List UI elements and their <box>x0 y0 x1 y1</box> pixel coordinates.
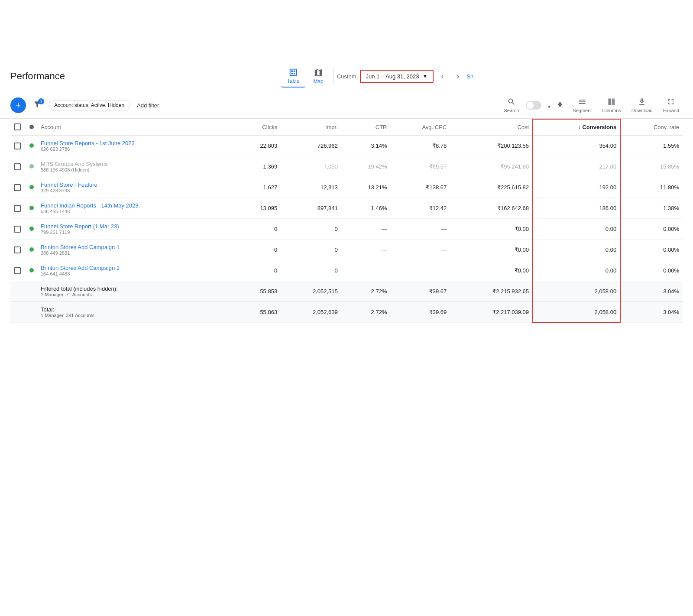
date-range-text: Jun 1 – Aug 31, 2023 <box>366 73 419 80</box>
tot-dot-cell <box>26 302 37 323</box>
account-cell: Brinton Stores Add Campaign 2 164 641 44… <box>37 260 235 281</box>
toggle-thumb <box>527 102 534 109</box>
status-dot-cell <box>26 198 37 219</box>
ft-label: Filtered total (includes hidden): <box>41 285 232 292</box>
avgcpc-cell: ₹69.57 <box>390 156 450 177</box>
header-center: Table Map Custom Jun 1 – Aug 31, 2023 ▼ … <box>72 65 683 88</box>
cost-cell: ₹0.00 <box>450 260 533 281</box>
ft-ctr: 2.72% <box>341 281 391 302</box>
conversions-cell: 0.00 <box>533 260 620 281</box>
account-col-header[interactable]: Account <box>37 119 235 135</box>
account-name[interactable]: Brinton Stores Add Campaign 1 <box>41 244 232 250</box>
tot-impr: 2,052,639 <box>281 302 341 323</box>
toggle-area <box>526 101 551 110</box>
row-checkbox[interactable] <box>14 163 21 170</box>
account-cell: Funnel Store Reports - 1st June 2023 626… <box>37 135 235 156</box>
next-period-btn[interactable]: › <box>451 69 465 83</box>
toggle-icon <box>543 101 551 110</box>
row-checkbox[interactable] <box>14 267 21 274</box>
account-name[interactable]: Funnel Store - Feature <box>41 182 232 188</box>
account-name[interactable]: MRS Groups And Systems <box>41 161 232 167</box>
avgcpc-cell: — <box>390 260 450 281</box>
avgcpc-col-header[interactable]: Avg. CPC <box>390 119 450 135</box>
account-name[interactable]: Brinton Stores Add Campaign 2 <box>41 265 232 271</box>
segment-icon <box>578 97 586 107</box>
svg-point-0 <box>548 106 551 108</box>
expand-label: Expand <box>663 108 679 113</box>
status-dot-cell <box>26 135 37 156</box>
filtered-total-row: Filtered total (includes hidden): 1 Mana… <box>10 281 683 302</box>
table-row: Funnel Store Reports - 1st June 2023 626… <box>10 135 683 156</box>
sort-btn[interactable] <box>554 99 566 112</box>
convrate-col-header[interactable]: Conv. rate <box>620 119 683 135</box>
account-id: 388 449 2831 <box>41 250 232 256</box>
filter-btn[interactable]: 1 <box>29 97 45 113</box>
row-checkbox[interactable] <box>14 205 21 212</box>
select-all-checkbox[interactable] <box>14 123 21 130</box>
toggle-switch[interactable] <box>526 101 541 110</box>
status-dot <box>29 164 34 169</box>
account-name[interactable]: Funnel Store Reports - 1st June 2023 <box>41 140 232 146</box>
columns-btn[interactable]: Columns <box>599 96 624 115</box>
row-checkbox-cell <box>10 156 26 177</box>
row-checkbox[interactable] <box>14 143 21 149</box>
convrate-cell: 0.00% <box>620 219 683 240</box>
data-table: Account Clicks Impr. CTR Avg. CPC Cost <box>10 119 683 323</box>
segment-label: Segment <box>573 108 592 113</box>
avgcpc-cell: — <box>390 219 450 240</box>
custom-label: Custom <box>337 73 356 80</box>
clicks-cell: 1,627 <box>235 177 281 198</box>
page-title: Performance <box>10 71 65 82</box>
search-btn[interactable]: Search <box>500 96 522 115</box>
row-checkbox[interactable] <box>14 246 21 253</box>
table-view-btn[interactable]: Table <box>281 65 306 88</box>
download-icon <box>638 97 646 107</box>
account-cell: Funnel Store Report (1 Mar 23) 799 251 7… <box>37 219 235 240</box>
conversions-cell: 354.00 <box>533 135 620 156</box>
chevron-left-icon: ‹ <box>441 72 444 81</box>
table-view-label: Table <box>287 78 300 84</box>
download-btn[interactable]: Download <box>628 96 656 115</box>
row-checkbox[interactable] <box>14 226 21 233</box>
date-range-btn[interactable]: Jun 1 – Aug 31, 2023 ▼ <box>360 70 434 83</box>
table-header-row: Account Clicks Impr. CTR Avg. CPC Cost <box>10 119 683 135</box>
account-id: 164 641 4488 <box>41 271 232 276</box>
row-checkbox[interactable] <box>14 184 21 191</box>
conversions-cell: 186.00 <box>533 198 620 219</box>
account-name[interactable]: Funnel Store Report (1 Mar 23) <box>41 223 232 230</box>
ft-avgcpc: ₹39.67 <box>390 281 450 302</box>
ctr-cell: 13.21% <box>341 177 391 198</box>
ctr-cell: 3.14% <box>341 135 391 156</box>
expand-icon <box>667 97 675 107</box>
status-dot-cell <box>26 219 37 240</box>
segment-btn[interactable]: Segment <box>569 96 595 115</box>
search-icon <box>507 97 516 107</box>
tot-label: Total: <box>41 306 232 313</box>
convrate-cell: 1.38% <box>620 198 683 219</box>
impr-col-header[interactable]: Impr. <box>281 119 341 135</box>
convrate-cell: 0.00% <box>620 240 683 260</box>
ft-account-cell: Filtered total (includes hidden): 1 Mana… <box>37 281 235 302</box>
search-label: Search <box>504 108 519 113</box>
impr-cell: 7,050 <box>281 156 341 177</box>
table-row: Funnel Indian Reports - 14th May 2023 53… <box>10 198 683 219</box>
convrate-cell: 1.55% <box>620 135 683 156</box>
account-name[interactable]: Funnel Indian Reports - 14th May 2023 <box>41 202 232 209</box>
status-dot <box>29 227 34 231</box>
tot-clicks: 55,863 <box>235 302 281 323</box>
table-container: Account Clicks Impr. CTR Avg. CPC Cost <box>0 119 693 323</box>
account-id: 329 428 8798 <box>41 188 232 193</box>
map-view-btn[interactable]: Map <box>307 65 329 87</box>
cost-col-header[interactable]: Cost <box>450 119 533 135</box>
conversions-col-header[interactable]: ↓ Conversions <box>533 119 620 135</box>
row-checkbox-cell <box>10 260 26 281</box>
add-button[interactable]: + <box>10 97 26 113</box>
clicks-cell: 1,369 <box>235 156 281 177</box>
clicks-col-header[interactable]: Clicks <box>235 119 281 135</box>
ctr-col-header[interactable]: CTR <box>341 119 391 135</box>
add-filter-btn[interactable]: Add filter <box>133 101 162 110</box>
tot-ctr: 2.72% <box>341 302 391 323</box>
prev-period-btn[interactable]: ‹ <box>435 69 449 83</box>
expand-btn[interactable]: Expand <box>660 96 683 115</box>
account-status-filter[interactable]: Account status: Active, Hidden <box>49 100 130 110</box>
